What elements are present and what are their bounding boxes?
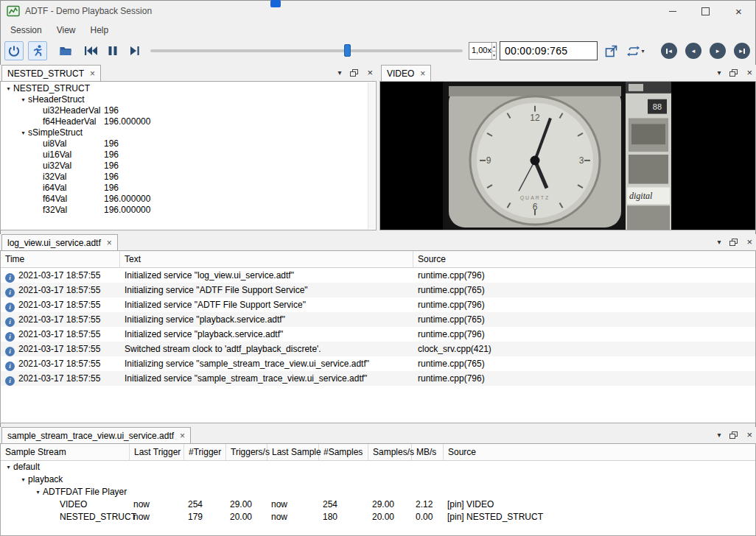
trace-row[interactable]: VIDEO now 254 29.00 now 254 29.00 2.12 [… <box>1 498 755 511</box>
column-header-num-trigger[interactable]: #Trigger <box>184 444 226 461</box>
run-button[interactable] <box>28 41 47 60</box>
column-header-samples-per-s[interactable]: Samples/s <box>368 444 412 461</box>
dock-close-button[interactable]: × <box>746 237 752 247</box>
detach-button[interactable] <box>602 42 620 60</box>
tab-close-icon[interactable]: × <box>90 69 95 78</box>
time-display[interactable]: 00:00:09:765 <box>500 41 598 60</box>
trace-row[interactable]: ▾ADTFDAT File Player <box>1 486 755 498</box>
dock-menu-button[interactable]: ▾ <box>337 69 341 77</box>
expanded-icon[interactable]: ▾ <box>18 473 28 486</box>
trace-row[interactable]: ▾default <box>1 461 755 473</box>
log-row[interactable]: i2021-03-17 18:57:55Initializing service… <box>1 356 755 371</box>
speed-value[interactable]: 1,00x <box>469 43 491 59</box>
menu-help[interactable]: Help <box>83 23 116 38</box>
dock-float-button[interactable] <box>729 69 738 77</box>
column-header-triggers-per-s[interactable]: Triggers/s <box>226 444 267 461</box>
column-header-sample-stream[interactable]: Sample Stream <box>1 444 130 461</box>
column-header-last-trigger[interactable]: Last Trigger <box>130 444 184 461</box>
dock-float-button[interactable] <box>729 431 738 439</box>
tree-row[interactable]: i32Val196 <box>1 172 376 183</box>
tab-close-icon[interactable]: × <box>420 69 425 78</box>
dock-float-button[interactable] <box>350 69 358 77</box>
tab-video[interactable]: VIDEO × <box>381 65 431 81</box>
timeline-slider[interactable] <box>150 44 463 57</box>
expanded-icon[interactable]: ▾ <box>18 94 28 105</box>
tree-value: 196 <box>104 172 376 183</box>
dock-menu-button[interactable]: ▾ <box>717 69 721 77</box>
slider-handle[interactable] <box>344 44 351 57</box>
tree-row[interactable]: ▾NESTED_STRUCT <box>1 83 376 94</box>
tab-close-icon[interactable]: × <box>180 431 185 440</box>
tree-row[interactable]: ui16Val196 <box>1 149 376 161</box>
loop-button[interactable]: ▾ <box>623 42 649 60</box>
column-header-source[interactable]: Source <box>444 444 755 461</box>
tab-nested-struct[interactable]: NESTED_STRUCT × <box>1 65 101 81</box>
vertical-scrollbar[interactable] <box>368 82 375 229</box>
close-button[interactable]: × <box>722 1 755 22</box>
dock-close-button[interactable]: × <box>367 68 373 77</box>
panel-header: sample_stream_trace_view.ui_service.adtf… <box>0 427 756 443</box>
samples-per-s-value: 20.00 <box>368 511 412 523</box>
column-header-num-samples[interactable]: #Samples <box>319 444 368 461</box>
trace-row[interactable]: NESTED_STRUCT now 179 20.00 now 180 20.0… <box>1 511 755 523</box>
open-file-button[interactable] <box>56 41 75 60</box>
tab-sample-stream-trace[interactable]: sample_stream_trace_view.ui_service.adtf… <box>1 427 191 443</box>
log-row[interactable]: i2021-03-17 18:57:55Initialized service … <box>1 371 755 386</box>
tree-row[interactable]: ui32Val196 <box>1 161 376 172</box>
power-button[interactable] <box>4 41 24 60</box>
log-row[interactable]: i2021-03-17 18:57:55Switched stream cloc… <box>1 342 755 356</box>
skip-last-button[interactable]: ▸ <box>734 43 750 59</box>
dock-menu-button[interactable]: ▾ <box>717 431 721 439</box>
svg-text:12: 12 <box>530 113 540 124</box>
dock-close-button[interactable]: × <box>746 430 752 440</box>
log-text: Switched stream clock to 'adtf_playback_… <box>120 342 413 356</box>
column-header-source[interactable]: Source <box>413 251 755 268</box>
column-header-time[interactable]: Time <box>1 251 120 268</box>
expanded-icon[interactable]: ▾ <box>4 83 13 94</box>
tree-row[interactable]: ▾sHeaderStruct <box>1 94 376 105</box>
log-row[interactable]: i2021-03-17 18:57:55Initialized service … <box>1 297 755 312</box>
skip-first-button[interactable]: ◂ <box>661 43 677 59</box>
panel-sample-stream-trace: sample_stream_trace_view.ui_service.adtf… <box>0 427 756 536</box>
loop-dropdown-arrow[interactable]: ▾ <box>641 48 644 54</box>
step-forward-button[interactable]: ▸ <box>710 43 726 59</box>
log-row[interactable]: i2021-03-17 18:57:55Initializing service… <box>1 312 755 327</box>
tree-row[interactable]: f32Val196.000000 <box>1 205 376 216</box>
slider-groove[interactable] <box>150 49 463 52</box>
minimize-button[interactable] <box>656 1 689 22</box>
adtf-window: ADTF - Demo Playback Session × Session V… <box>0 0 756 536</box>
tree-row[interactable]: f64HeaderVal196.000000 <box>1 116 376 127</box>
column-header-mb-per-s[interactable]: MB/s <box>412 444 444 461</box>
dock-menu-button[interactable]: ▾ <box>717 239 721 246</box>
tree-row[interactable]: ui8Val196 <box>1 138 376 149</box>
spin-down-button[interactable]: ▼ <box>492 51 496 60</box>
column-header-last-sample[interactable]: Last Sample <box>267 444 319 461</box>
expanded-icon[interactable]: ▾ <box>33 486 43 498</box>
spin-up-button[interactable]: ▲ <box>492 43 496 51</box>
log-row[interactable]: i2021-03-17 18:57:55Initialized service … <box>1 327 755 342</box>
tab-close-icon[interactable]: × <box>107 239 112 247</box>
dock-close-button[interactable]: × <box>746 68 752 77</box>
step-back-button[interactable]: ◂ <box>685 43 701 59</box>
tree-row[interactable]: ui32HeaderVal196 <box>1 105 376 116</box>
tree-row[interactable]: i64Val196 <box>1 183 376 194</box>
speed-spinbox[interactable]: 1,00x ▲ ▼ <box>469 42 497 60</box>
log-row[interactable]: i2021-03-17 18:57:55Initialized service … <box>1 268 755 283</box>
skip-to-end-button[interactable] <box>125 41 144 60</box>
pause-button[interactable] <box>103 41 122 60</box>
maximize-button[interactable] <box>689 1 722 22</box>
tree-row[interactable]: f64Val196.000000 <box>1 194 376 205</box>
column-header-text[interactable]: Text <box>120 251 413 268</box>
expanded-icon[interactable]: ▾ <box>4 461 13 473</box>
expanded-icon[interactable]: ▾ <box>18 127 28 138</box>
tree-row[interactable]: ▾sSimpleStruct <box>1 127 376 138</box>
skip-to-start-button[interactable] <box>81 41 100 60</box>
menu-session[interactable]: Session <box>3 23 49 38</box>
log-text: Initialized service "ADTF File Support S… <box>120 297 413 312</box>
tab-log-view[interactable]: log_view.ui_service.adtf × <box>1 234 118 250</box>
dock-float-button[interactable] <box>729 239 738 246</box>
menu-view[interactable]: View <box>49 23 83 38</box>
log-row[interactable]: i2021-03-17 18:57:55Initializing service… <box>1 283 755 297</box>
log-time: 2021-03-17 18:57:55 <box>18 359 100 369</box>
trace-row[interactable]: ▾playback <box>1 473 755 486</box>
